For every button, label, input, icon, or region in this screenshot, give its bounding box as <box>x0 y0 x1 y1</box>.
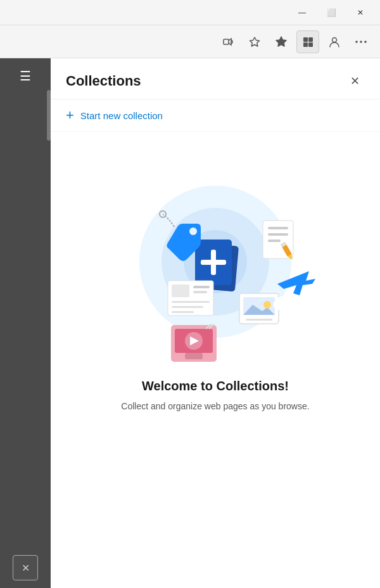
svg-rect-6 <box>308 42 313 47</box>
illustration-area: Welcome to Collections! Collect and orga… <box>51 132 380 588</box>
svg-rect-23 <box>268 240 281 242</box>
svg-rect-33 <box>172 311 194 313</box>
svg-point-18 <box>189 227 197 235</box>
svg-rect-45 <box>185 353 203 359</box>
svg-rect-30 <box>193 291 207 293</box>
svg-point-8 <box>355 41 358 43</box>
svg-rect-29 <box>193 286 210 288</box>
svg-rect-31 <box>172 301 210 303</box>
panel-header: Collections ✕ <box>51 58 380 99</box>
welcome-subtitle: Collect and organize web pages as you br… <box>121 400 309 413</box>
collections-illustration <box>108 144 323 373</box>
reading-list-icon[interactable] <box>270 30 293 53</box>
sidebar: ☰ ✕ <box>0 58 51 588</box>
more-icon[interactable] <box>350 30 372 53</box>
svg-marker-1 <box>250 37 260 46</box>
svg-point-10 <box>364 41 367 43</box>
favorites-icon[interactable] <box>243 30 266 53</box>
collections-panel: Collections ✕ + Start new collection <box>51 58 380 588</box>
svg-rect-3 <box>303 37 308 42</box>
svg-point-48 <box>273 299 288 310</box>
svg-rect-5 <box>303 42 308 47</box>
welcome-section: Welcome to Collections! Collect and orga… <box>102 373 328 426</box>
read-aloud-icon[interactable] <box>217 30 239 53</box>
svg-rect-22 <box>268 233 288 236</box>
sidebar-menu-button[interactable]: ☰ <box>10 63 41 89</box>
start-new-collection-button[interactable]: + Start new collection <box>51 99 380 132</box>
svg-point-37 <box>263 301 271 309</box>
svg-rect-0 <box>224 39 229 44</box>
toolbar <box>0 25 380 58</box>
svg-point-47 <box>287 298 306 311</box>
profile-icon[interactable] <box>323 30 346 53</box>
start-new-label: Start new collection <box>80 110 163 121</box>
plus-icon: + <box>66 108 74 122</box>
svg-rect-4 <box>308 37 313 42</box>
window-chrome: — ⬜ ✕ <box>0 0 380 25</box>
svg-point-7 <box>332 37 337 42</box>
svg-rect-38 <box>246 319 272 321</box>
main-layout: ☰ ✕ Collections ✕ + Start new collection <box>0 58 380 588</box>
maximize-button[interactable]: ⬜ <box>317 3 346 23</box>
panel-title: Collections <box>66 73 141 89</box>
collections-icon[interactable] <box>296 30 319 53</box>
svg-point-9 <box>360 41 362 43</box>
svg-rect-32 <box>172 306 203 308</box>
svg-rect-17 <box>201 260 226 265</box>
minimize-button[interactable]: — <box>288 3 317 23</box>
close-button[interactable]: ✕ <box>346 3 375 23</box>
svg-marker-2 <box>276 37 286 46</box>
close-panel-button[interactable]: ✕ <box>345 71 365 91</box>
sidebar-close-button[interactable]: ✕ <box>13 555 38 580</box>
svg-rect-21 <box>268 227 288 229</box>
welcome-title: Welcome to Collections! <box>121 379 309 393</box>
window-controls: — ⬜ ✕ <box>288 3 375 23</box>
svg-rect-28 <box>172 284 189 297</box>
